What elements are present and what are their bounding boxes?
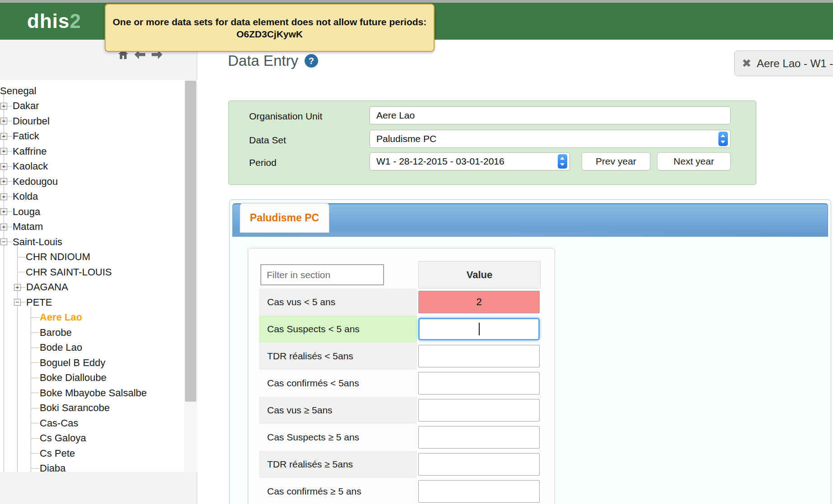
tree-item-label: CHR NDIOUM bbox=[26, 251, 90, 263]
tree-toggle-icon[interactable]: − bbox=[0, 238, 7, 245]
value-input[interactable]: 2 bbox=[418, 291, 540, 313]
tree-toggle-icon[interactable]: − bbox=[14, 299, 21, 306]
tree-connector bbox=[7, 136, 12, 137]
tree-item[interactable]: + Diourbel bbox=[0, 114, 184, 129]
tree-dash bbox=[31, 423, 39, 423]
tree-connector bbox=[7, 181, 12, 182]
tree-item[interactable]: + Kaolack bbox=[0, 159, 184, 174]
tree-item[interactable]: Boke Mbayobe Salsalbe bbox=[0, 385, 184, 401]
prev-year-button[interactable]: Prev year bbox=[582, 152, 650, 170]
tree-scrollbar-thumb[interactable] bbox=[185, 81, 196, 402]
tree-item[interactable]: Boki Sarancobe bbox=[0, 401, 184, 416]
tree-toggle-icon[interactable]: + bbox=[0, 224, 7, 230]
tree-item[interactable]: + Kaffrine bbox=[0, 144, 184, 159]
tree-item[interactable]: − PETE bbox=[0, 295, 184, 310]
value-input[interactable] bbox=[418, 399, 540, 422]
tree-item[interactable]: + Fatick bbox=[0, 129, 184, 144]
select-stepper-icon bbox=[718, 132, 728, 146]
help-icon[interactable]: ? bbox=[305, 54, 318, 68]
tree-toggle-icon[interactable]: + bbox=[0, 208, 7, 215]
tree-dash bbox=[31, 378, 39, 378]
next-year-button[interactable]: Next year bbox=[657, 152, 731, 170]
value-input[interactable] bbox=[418, 345, 540, 367]
data-set-select[interactable]: Paludisme PC bbox=[370, 130, 731, 148]
tree-item[interactable]: + Kolda bbox=[0, 189, 184, 205]
tree-item[interactable]: + Dakar bbox=[0, 99, 184, 114]
section-rows: Cas vus < 5 ans 2 Cas Suspects < 5 ans T… bbox=[248, 289, 555, 504]
tree-connector bbox=[7, 121, 12, 121]
tree-item[interactable]: Cs Pete bbox=[0, 446, 184, 461]
tree-toggle-icon[interactable]: + bbox=[0, 103, 7, 110]
data-set-form-panel: Paludisme PC Value Cas vus < 5 ans 2 Cas… bbox=[229, 199, 831, 504]
tree-item-label: Kedougou bbox=[13, 176, 58, 188]
tree-item-label: PETE bbox=[26, 297, 52, 308]
tree-toggle-icon[interactable]: + bbox=[0, 193, 7, 200]
tree-dash bbox=[31, 468, 39, 469]
tree-scrollbar-track[interactable] bbox=[184, 80, 197, 472]
tree-item[interactable]: CHR NDIOUM bbox=[0, 250, 184, 265]
tree-item[interactable]: Barobe bbox=[0, 325, 184, 340]
tree-item[interactable]: Cas-Cas bbox=[0, 416, 184, 431]
close-icon[interactable]: ✖ bbox=[742, 57, 751, 70]
org-unit-input[interactable] bbox=[370, 106, 731, 124]
selection-chip[interactable]: ✖ Aere Lao - W1 - bbox=[734, 50, 833, 76]
tree-item[interactable]: Boke Dialloube bbox=[0, 371, 184, 386]
tree-item-label: Aere Lao bbox=[40, 312, 82, 323]
tree-toggle-icon[interactable]: + bbox=[0, 118, 7, 124]
value-input[interactable] bbox=[418, 480, 540, 503]
value-input[interactable] bbox=[418, 453, 540, 476]
period-select[interactable]: W1 - 28-12-2015 - 03-01-2016 bbox=[370, 152, 570, 170]
tree-item[interactable]: CHR SAINT-LOUIS bbox=[0, 265, 184, 280]
tree-toggle-icon[interactable]: + bbox=[0, 133, 7, 140]
tree-toggle-icon[interactable]: + bbox=[0, 163, 7, 170]
notification-message: One or more data sets for data element d… bbox=[106, 16, 434, 28]
table-row: Cas confirmés ≥ 5 ans bbox=[248, 478, 555, 504]
tree-item[interactable]: Aere Lao bbox=[0, 310, 184, 325]
data-entry-selection-form: Organisation Unit Data Set Paludisme PC … bbox=[228, 101, 756, 185]
table-row: Cas vus < 5 ans 2 bbox=[248, 289, 555, 316]
tree-connector bbox=[7, 242, 12, 242]
value-input[interactable] bbox=[418, 318, 540, 340]
data-element-label: Cas confirmés ≥ 5 ans bbox=[259, 478, 417, 504]
tree-item-label: Louga bbox=[13, 206, 40, 218]
data-element-label: Cas confirmés < 5ans bbox=[259, 370, 417, 397]
tree-item-label: Bode Lao bbox=[40, 342, 82, 353]
org-unit-tree-panel: Senegal + Dakar + Diourbel + Fatick + Ka… bbox=[0, 80, 184, 472]
tree-item-label: Kaolack bbox=[13, 160, 48, 172]
value-input[interactable] bbox=[418, 372, 540, 394]
tree-dash bbox=[17, 272, 25, 272]
filter-input[interactable] bbox=[260, 264, 384, 285]
tree-item[interactable]: − Saint-Louis bbox=[0, 234, 184, 250]
tree-item[interactable]: Diaba bbox=[0, 461, 184, 472]
tree-connector bbox=[7, 211, 12, 212]
logo-accent-text: 2 bbox=[69, 10, 81, 32]
org-unit-tree: Senegal + Dakar + Diourbel + Fatick + Ka… bbox=[0, 80, 184, 472]
tree-connector bbox=[7, 197, 12, 197]
tree-item[interactable]: Boguel B Eddy bbox=[0, 355, 184, 371]
tree-item[interactable]: + Matam bbox=[0, 220, 184, 235]
tree-item[interactable]: Bode Lao bbox=[0, 340, 184, 356]
logo-text: dhis bbox=[27, 10, 69, 32]
tree-item[interactable]: Cs Galoya bbox=[0, 431, 184, 446]
tree-item[interactable]: Senegal bbox=[0, 83, 184, 99]
tree-item[interactable]: + DAGANA bbox=[0, 280, 184, 295]
tree-item-label: Diourbel bbox=[13, 115, 50, 127]
value-input[interactable] bbox=[418, 426, 540, 449]
tree-item-label: DAGANA bbox=[26, 281, 68, 293]
tree-item-label: Diaba bbox=[40, 463, 65, 472]
tree-connector bbox=[7, 227, 12, 227]
tree-toggle-icon[interactable]: + bbox=[0, 178, 7, 185]
select-stepper-icon bbox=[558, 154, 567, 169]
table-row: Cas Suspects < 5 ans bbox=[248, 316, 555, 343]
app-window: dhis2 One or more data sets for data ele… bbox=[0, 0, 833, 504]
tree-item-label: CHR SAINT-LOUIS bbox=[26, 266, 112, 278]
tree-toggle-icon[interactable]: + bbox=[14, 284, 21, 291]
tree-item[interactable]: + Kedougou bbox=[0, 174, 184, 189]
tree-item[interactable]: + Louga bbox=[0, 204, 184, 220]
tree-toggle-icon[interactable]: + bbox=[0, 148, 7, 155]
tree-connector bbox=[21, 302, 26, 302]
data-element-label: Cas Suspects ≥ 5 ans bbox=[259, 424, 417, 451]
tree-dash bbox=[31, 453, 39, 454]
tab-paludisme-pc[interactable]: Paludisme PC bbox=[240, 203, 329, 233]
data-element-label: Cas vus < 5 ans bbox=[259, 289, 417, 316]
